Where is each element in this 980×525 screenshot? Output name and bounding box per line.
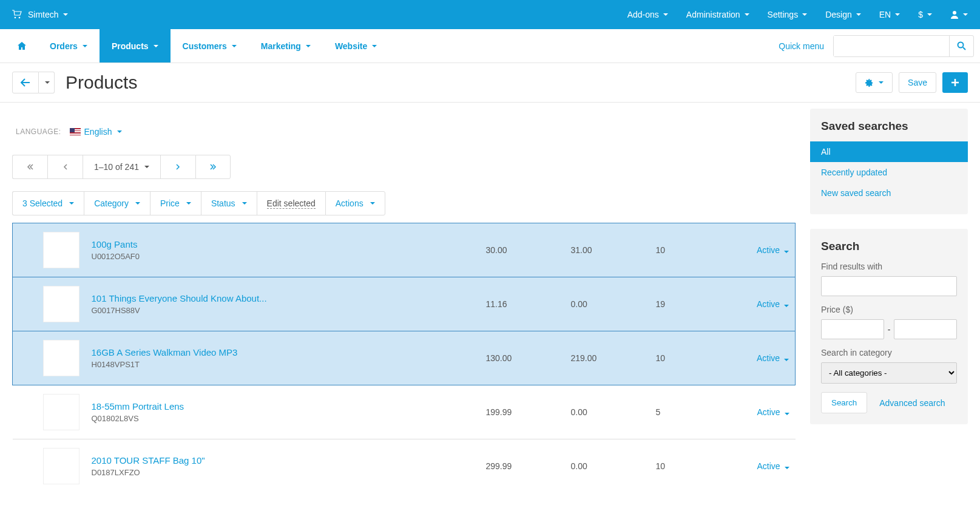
category-select[interactable]: - All categories -: [821, 362, 957, 384]
product-thumb: [43, 394, 79, 430]
nav-orders[interactable]: Orders: [38, 29, 100, 63]
price-separator: -: [888, 325, 891, 334]
arrow-left-icon: [21, 78, 30, 87]
save-button[interactable]: Save: [899, 72, 936, 93]
filter-actions[interactable]: Actions: [325, 191, 385, 215]
home-icon: [17, 41, 27, 51]
caret-down-icon: [45, 81, 50, 84]
price-to-input[interactable]: [894, 319, 957, 339]
product-status[interactable]: Active: [735, 385, 796, 439]
cart-icon: [12, 10, 22, 19]
table-row[interactable]: 2010 TOUR STAFF Bag 10" D0187LXFZO 299.9…: [13, 439, 796, 493]
caret-down-icon: [784, 251, 789, 253]
page-first[interactable]: [12, 155, 47, 179]
edit-selected-button[interactable]: Edit selected: [257, 191, 325, 215]
global-search: [833, 35, 974, 57]
product-thumb: [43, 340, 79, 376]
topbar-design[interactable]: Design: [825, 10, 861, 19]
caret-down-icon: [784, 359, 789, 361]
page-next[interactable]: [160, 155, 195, 179]
brand-menu[interactable]: Simtech: [28, 10, 68, 19]
product-qty: 19: [650, 277, 735, 331]
page-last[interactable]: [195, 155, 231, 179]
caret-down-icon: [802, 13, 807, 16]
topbar-lang[interactable]: EN: [879, 10, 900, 19]
topbar-administration[interactable]: Administration: [686, 10, 749, 19]
global-search-button[interactable]: [949, 36, 973, 56]
search-panel-title: Search: [810, 240, 968, 262]
svg-point-1: [19, 17, 21, 19]
advanced-search-link[interactable]: Advanced search: [879, 398, 945, 408]
caret-down-icon: [895, 13, 900, 16]
caret-down-icon: [745, 13, 749, 16]
nav-website[interactable]: Website: [323, 29, 389, 63]
pagination: 1–10 of 241: [12, 155, 796, 179]
saved-search-item[interactable]: Recently updated: [810, 162, 968, 183]
topbar-user[interactable]: [950, 10, 968, 19]
product-code: Q01802L8VS: [92, 414, 474, 423]
language-selector[interactable]: English: [70, 127, 123, 137]
caret-down-icon: [63, 13, 68, 16]
table-row[interactable]: 18-55mm Portrait Lens Q01802L8VS 199.99 …: [13, 385, 796, 439]
product-status[interactable]: Active: [735, 331, 796, 385]
filter-selected[interactable]: 3 Selected: [12, 191, 84, 215]
nav-products[interactable]: Products: [100, 29, 171, 63]
back-button[interactable]: [12, 72, 39, 93]
caret-down-icon: [242, 202, 247, 205]
caret-down-icon: [372, 45, 377, 47]
product-code: G0017HS88V: [92, 306, 474, 315]
topbar-settings[interactable]: Settings: [768, 10, 808, 19]
product-name-link[interactable]: 2010 TOUR STAFF Bag 10": [92, 455, 474, 466]
find-results-input[interactable]: [821, 276, 957, 296]
main-nav: Orders Products Customers Marketing Webs…: [0, 29, 980, 63]
chevrons-left-icon: [27, 163, 34, 171]
topbar-currency[interactable]: $: [918, 10, 932, 19]
filter-status[interactable]: Status: [201, 191, 257, 215]
nav-customers[interactable]: Customers: [171, 29, 249, 63]
search-panel: Search Find results with Price ($) - Sea…: [810, 229, 968, 424]
product-thumb: [43, 448, 79, 484]
table-row[interactable]: 100g Pants U0012O5AF0 30.00 31.00 10 Act…: [13, 223, 796, 277]
add-button[interactable]: [942, 72, 968, 93]
product-code: D0187LXFZO: [92, 468, 474, 477]
product-list-price: 0.00: [565, 385, 650, 439]
product-price: 130.00: [480, 331, 565, 385]
product-price: 199.99: [480, 385, 565, 439]
product-name-link[interactable]: 18-55mm Portrait Lens: [92, 401, 474, 412]
product-status[interactable]: Active: [735, 439, 796, 493]
back-split-button[interactable]: [39, 72, 55, 93]
search-button[interactable]: Search: [821, 392, 867, 413]
product-status[interactable]: Active: [735, 277, 796, 331]
product-name-link[interactable]: 100g Pants: [92, 239, 474, 249]
saved-search-item[interactable]: All: [810, 141, 968, 162]
filter-bar: 3 Selected Category Price Status Edit se…: [12, 191, 796, 215]
svg-point-3: [958, 42, 964, 48]
product-qty: 5: [650, 385, 735, 439]
price-from-input[interactable]: [821, 319, 884, 339]
caret-down-icon: [784, 305, 789, 307]
product-status[interactable]: Active: [735, 223, 796, 277]
product-name-link[interactable]: 16GB A Series Walkman Video MP3: [92, 347, 474, 357]
caret-down-icon: [663, 13, 668, 16]
caret-down-icon: [370, 202, 375, 205]
nav-marketing[interactable]: Marketing: [249, 29, 323, 63]
product-list-price: 0.00: [565, 277, 650, 331]
filter-price[interactable]: Price: [150, 191, 201, 215]
plus-icon: [951, 78, 959, 87]
product-name-link[interactable]: 101 Things Everyone Should Know About...: [92, 293, 474, 303]
topbar-addons[interactable]: Add-ons: [627, 10, 668, 19]
global-search-input[interactable]: [834, 36, 949, 56]
product-price: 30.00: [480, 223, 565, 277]
table-row[interactable]: 16GB A Series Walkman Video MP3 H0148VPS…: [13, 331, 796, 385]
saved-search-item[interactable]: New saved search: [810, 183, 968, 203]
product-qty: 10: [650, 331, 735, 385]
page-info[interactable]: 1–10 of 241: [83, 155, 160, 179]
gear-button[interactable]: [856, 72, 893, 93]
quick-menu-link[interactable]: Quick menu: [779, 41, 824, 51]
page-title: Products: [66, 72, 137, 93]
page-prev[interactable]: [47, 155, 83, 179]
filter-category[interactable]: Category: [84, 191, 150, 215]
nav-home[interactable]: [6, 29, 38, 63]
table-row[interactable]: 101 Things Everyone Should Know About...…: [13, 277, 796, 331]
product-thumb: [43, 232, 79, 268]
